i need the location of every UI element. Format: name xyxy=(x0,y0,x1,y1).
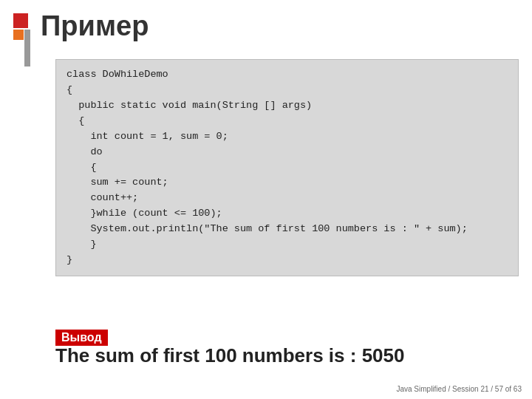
deco-red-block xyxy=(13,13,28,28)
decorative-blocks xyxy=(13,13,34,65)
output-text: The sum of first 100 numbers is : 5050 xyxy=(55,344,405,367)
deco-orange-block xyxy=(13,30,24,40)
output-label: Вывод xyxy=(55,330,108,346)
deco-gray-bar xyxy=(24,30,30,66)
code-block: class DoWhileDemo { public static void m… xyxy=(55,59,519,276)
page-title: Пример xyxy=(41,10,149,42)
footer-text: Java Simplified / Session 21 / 57 of 63 xyxy=(396,385,522,393)
